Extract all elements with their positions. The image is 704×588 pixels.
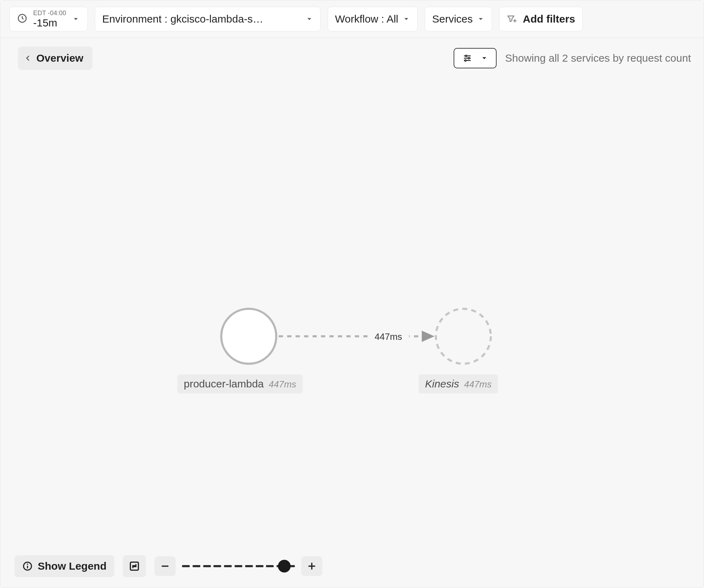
zoom-out-button[interactable] [154,556,176,576]
services-count-text: Showing all 2 services by request count [505,52,691,64]
chevron-down-icon [305,15,313,23]
workflow-filter[interactable]: Workflow : All [328,7,418,31]
add-filters-button[interactable]: Add filters [499,7,582,31]
clock-icon [17,13,28,25]
sliders-icon [462,54,473,63]
node-producer-latency: 447ms [269,379,296,390]
service-map-canvas[interactable]: 447ms producer-lambda 447ms Kinesis 447m… [0,70,704,535]
node-kinesis-latency: 447ms [464,379,492,390]
service-map-svg [0,70,704,535]
node-kinesis-circle [436,309,491,364]
canvas-header-right: Showing all 2 services by request count [454,48,691,68]
fit-to-screen-button[interactable] [123,555,146,577]
filter-bar: EDT -04:00 -15m Environment : gkcisco-la… [0,0,704,38]
node-producer-name: producer-lambda [184,378,264,390]
service-map-screen: EDT -04:00 -15m Environment : gkcisco-la… [0,0,704,588]
svg-point-4 [468,57,469,59]
timerange-picker[interactable]: EDT -04:00 -15m [10,7,88,31]
node-kinesis-name: Kinesis [425,378,459,390]
svg-marker-9 [422,331,435,342]
show-legend-label: Show Legend [38,560,107,572]
show-legend-button[interactable]: Show Legend [14,555,114,577]
info-icon [22,561,33,571]
overview-back-button[interactable]: Overview [18,47,92,70]
chevron-left-icon [24,54,31,62]
svg-point-2 [466,55,467,56]
node-kinesis[interactable]: Kinesis 447ms [419,374,498,393]
timerange-value: -15m [33,17,66,29]
bottom-bar: Show Legend [14,555,322,577]
svg-point-6 [465,60,466,61]
canvas-header: Overview Showing all 2 services by reque… [0,38,704,70]
node-producer-circle [221,309,276,364]
edge-latency-label: 447ms [372,331,404,342]
add-filters-label: Add filters [523,13,575,25]
zoom-controls [154,556,322,576]
timerange-timezone: EDT -04:00 [33,10,66,17]
zoom-in-button[interactable] [301,556,322,576]
plus-icon [307,561,317,571]
chevron-down-icon [402,15,410,23]
chevron-down-icon [72,15,80,23]
svg-point-12 [27,564,28,565]
workflow-filter-text: Workflow : All [335,13,399,25]
fullscreen-icon [128,560,140,572]
timerange-body: EDT -04:00 -15m [33,10,66,28]
chevron-down-icon [480,54,488,62]
node-producer[interactable]: producer-lambda 447ms [177,374,303,393]
zoom-slider[interactable] [182,560,295,572]
environment-filter[interactable]: Environment : gkcisco-lambda-s… [95,7,321,31]
chevron-down-icon [477,15,485,23]
zoom-slider-handle[interactable] [278,560,291,572]
filter-plus-icon [506,14,517,24]
map-settings-dropdown[interactable] [454,48,497,68]
overview-label: Overview [36,52,83,64]
services-filter-text: Services [432,13,473,25]
minus-icon [160,561,170,571]
environment-filter-text: Environment : gkcisco-lambda-s… [102,13,263,25]
services-filter[interactable]: Services [425,7,492,31]
